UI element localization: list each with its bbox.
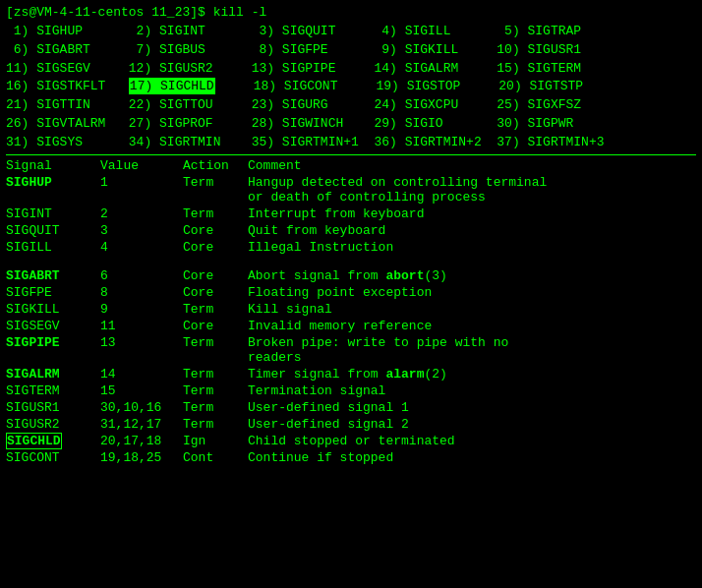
cell-comment: Child stopped or terminated [248, 433, 696, 449]
table-row: SIGSEGV11CoreInvalid memory reference [6, 318, 696, 334]
cell-value: 6 [100, 267, 183, 284]
table-divider [6, 154, 696, 155]
cell-action: Core [183, 318, 248, 334]
cell-comment: Hangup detected on controlling terminalo… [248, 174, 696, 206]
cell-action: Term [183, 206, 248, 222]
cell-signal: SIGHUP [6, 174, 100, 206]
cell-action: Cont [183, 449, 248, 466]
cell-value: 2 [100, 206, 183, 222]
cell-signal: SIGSEGV [6, 318, 100, 334]
table-row: SIGINT2TermInterrupt from keyboard [6, 206, 696, 222]
cell-comment: Illegal Instruction [248, 239, 696, 256]
cell-signal: SIGUSR1 [6, 399, 100, 416]
cell-action: Term [183, 301, 248, 318]
cell-comment: Termination signal [248, 382, 696, 399]
cell-signal: SIGPIPE [6, 334, 100, 366]
table-row: SIGILL4CoreIllegal Instruction [6, 239, 696, 256]
cell-action: Term [183, 416, 248, 433]
kill-line-6: 31) SIGSYS 34) SIGRTMIN 35) SIGRTMIN+1 3… [6, 134, 696, 152]
table-row: SIGALRM14TermTimer signal from alarm(2) [6, 366, 696, 382]
cell-value: 9 [100, 301, 183, 318]
cell-signal: SIGFPE [6, 284, 100, 301]
signal-text: SIGALRM [6, 367, 60, 382]
table-row: SIGUSR231,12,17TermUser-defined signal 2 [6, 416, 696, 433]
cell-signal: SIGTERM [6, 382, 100, 399]
signal-text: SIGHUP [6, 175, 52, 190]
cell-value: 1 [100, 174, 183, 206]
cell-signal: SIGKILL [6, 301, 100, 318]
cell-comment: Broken pipe: write to pipe with noreader… [248, 334, 696, 366]
signal-bordered: SIGCHLD [6, 433, 62, 449]
cell-action: Core [183, 284, 248, 301]
cell-comment: Quit from keyboard [248, 222, 696, 239]
cell-comment: Abort signal from abort(3) [248, 267, 696, 284]
cell-signal: SIGCONT [6, 449, 100, 466]
header-signal: Signal [6, 157, 100, 174]
cell-value: 3 [100, 222, 183, 239]
cell-value: 11 [100, 318, 183, 334]
table-row: SIGTERM15TermTermination signal [6, 382, 696, 399]
table-row: SIGPIPE13TermBroken pipe: write to pipe … [6, 334, 696, 366]
comment-bold-part: abort [385, 268, 424, 283]
table-row: SIGQUIT3CoreQuit from keyboard [6, 222, 696, 239]
cell-value: 19,18,25 [100, 449, 183, 466]
table-row: SIGFPE8CoreFloating point exception [6, 284, 696, 301]
kill-line-2: 11) SIGSEGV 12) SIGUSR2 13) SIGPIPE 14) … [6, 60, 696, 79]
header-action: Action [183, 157, 248, 174]
table-row: SIGCHLD20,17,18IgnChild stopped or termi… [6, 433, 696, 449]
cell-comment: Invalid memory reference [248, 318, 696, 334]
cell-comment: User-defined signal 1 [248, 399, 696, 416]
table-row: SIGCONT19,18,25ContContinue if stopped [6, 449, 696, 466]
cell-signal: SIGILL [6, 239, 100, 256]
cell-value: 31,12,17 [100, 416, 183, 433]
cell-comment: Kill signal [248, 301, 696, 318]
signal-text: SIGPIPE [6, 335, 60, 350]
cell-signal: SIGALRM [6, 366, 100, 382]
cell-comment: User-defined signal 2 [248, 416, 696, 433]
cell-signal: SIGQUIT [6, 222, 100, 239]
cell-value: 8 [100, 284, 183, 301]
cell-comment: Continue if stopped [248, 449, 696, 466]
cell-action: Core [183, 267, 248, 284]
signal-table: Signal Value Action Comment SIGHUP1TermH… [6, 157, 696, 466]
cell-action: Ign [183, 433, 248, 449]
cell-value: 4 [100, 239, 183, 256]
table-row: SIGABRT6CoreAbort signal from abort(3) [6, 267, 696, 284]
terminal-container: [zs@VM-4-11-centos 11_23]$ kill -l 1) SI… [6, 4, 696, 466]
cell-action: Core [183, 222, 248, 239]
kill-line-3: 16) SIGSTKFLT 17) SIGCHLD 18) SIGCONT 19… [6, 78, 696, 96]
table-row: SIGKILL9TermKill signal [6, 301, 696, 318]
cell-value: 30,10,16 [100, 399, 183, 416]
cell-value: 14 [100, 366, 183, 382]
cell-signal: SIGINT [6, 206, 100, 222]
cell-value: 20,17,18 [100, 433, 183, 449]
cell-signal: SIGUSR2 [6, 416, 100, 433]
kill-line-5: 26) SIGVTALRM 27) SIGPROF 28) SIGWINCH 2… [6, 115, 696, 134]
cell-signal: SIGABRT [6, 267, 100, 284]
cell-signal: SIGCHLD [6, 433, 100, 449]
comment-bold-part: alarm [385, 367, 424, 382]
cell-comment: Interrupt from keyboard [248, 206, 696, 222]
signal-table-body: SIGHUP1TermHangup detected on controllin… [6, 174, 696, 466]
prompt-line: [zs@VM-4-11-centos 11_23]$ kill -l [6, 4, 696, 23]
sigchld-highlight: 17) SIGCHLD [129, 78, 215, 94]
kill-line-0: 1) SIGHUP 2) SIGINT 3) SIGQUIT 4) SIGILL… [6, 23, 696, 41]
header-comment: Comment [248, 157, 696, 174]
table-header-row: Signal Value Action Comment [6, 157, 696, 174]
header-value: Value [100, 157, 183, 174]
table-row: SIGHUP1TermHangup detected on controllin… [6, 174, 696, 206]
cell-action: Core [183, 239, 248, 256]
cell-value: 13 [100, 334, 183, 366]
cell-value: 15 [100, 382, 183, 399]
cell-action: Term [183, 399, 248, 416]
signal-text: SIGABRT [6, 268, 60, 283]
cell-action: Term [183, 174, 248, 206]
kill-line-1: 6) SIGABRT 7) SIGBUS 8) SIGFPE 9) SIGKIL… [6, 41, 696, 60]
kill-output: 1) SIGHUP 2) SIGINT 3) SIGQUIT 4) SIGILL… [6, 23, 696, 152]
kill-line-4: 21) SIGTTIN 22) SIGTTOU 23) SIGURG 24) S… [6, 96, 696, 115]
cell-comment: Floating point exception [248, 284, 696, 301]
cell-action: Term [183, 366, 248, 382]
cell-comment: Timer signal from alarm(2) [248, 366, 696, 382]
cell-action: Term [183, 382, 248, 399]
table-row: SIGUSR130,10,16TermUser-defined signal 1 [6, 399, 696, 416]
